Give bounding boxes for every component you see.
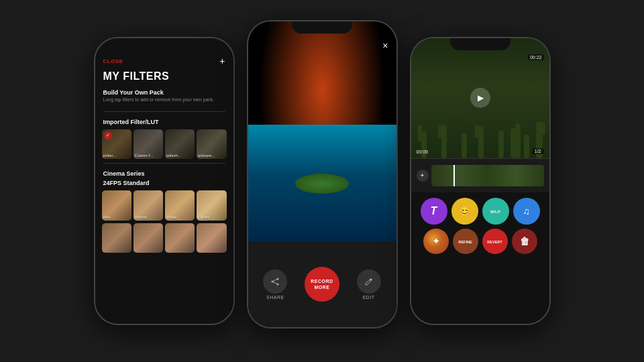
filter-label-almond: Almond — [135, 215, 148, 219]
video-counter: 00:09 — [417, 149, 429, 154]
timeline-strip[interactable] — [431, 165, 544, 186]
share-circle — [263, 269, 287, 294]
filter-label-canary: Canary — [198, 215, 210, 219]
filter-thumb-aero[interactable]: Aero — [102, 190, 131, 220]
add-filter-button[interactable]: + — [219, 56, 225, 66]
camera-preview: × — [248, 21, 396, 251]
cinema-section: Cinema Series 24FPS Standard — [95, 168, 233, 190]
share-icon — [270, 277, 280, 286]
emoji-tool-button[interactable]: 😊 — [451, 198, 478, 225]
preview-close-button[interactable]: × — [382, 40, 388, 51]
edit-icon — [364, 277, 374, 286]
phone-1-notch — [134, 38, 195, 50]
trash-icon: 🗑 — [520, 237, 529, 246]
play-icon: ▶ — [478, 93, 484, 103]
record-line1: RECORD — [311, 278, 333, 284]
refine-label: REFINE — [458, 240, 472, 244]
music-icon: ♫ — [523, 206, 530, 216]
close-button[interactable]: CLOSE — [103, 58, 123, 64]
cactus-2 — [441, 125, 447, 158]
filter-thumb-polarh[interactable]: polarrh... — [165, 129, 195, 159]
phone-3-notch — [450, 38, 511, 50]
island-shape — [295, 174, 349, 194]
timeline-bar: + — [411, 158, 549, 192]
video-timestamp: 00:22 — [528, 54, 544, 60]
music-tool-button[interactable]: ♫ — [513, 198, 540, 225]
cactus-6 — [462, 133, 467, 158]
phone-2: × SHARE RECORD — [247, 20, 398, 328]
filter-thumb-r2-4[interactable] — [197, 223, 226, 253]
imported-filter-grid: ✓ pollarr... Custom F... polarrh... pola… — [95, 129, 233, 159]
edit-circle — [357, 269, 381, 294]
imported-label: Imported Filter/LUT — [103, 119, 225, 125]
filter-thumb-amber[interactable]: Amber — [165, 190, 195, 220]
page-title: MY FILTERS — [95, 69, 233, 86]
svg-line-3 — [272, 279, 278, 282]
build-pack-sub: Long tap filters to add or remove from y… — [103, 97, 225, 102]
timeline-cursor — [453, 165, 455, 186]
p1-header: CLOSE + — [95, 52, 233, 69]
emoji-icon: 😊 — [459, 206, 470, 216]
cactus-8 — [498, 130, 504, 158]
tool-row-1: T 😊 SPLIT ♫ — [415, 198, 545, 225]
text-icon: T — [431, 206, 437, 217]
video-preview: ▶ 00:22 00:09 1/2 — [411, 38, 549, 158]
revert-label: REVERT — [487, 240, 502, 244]
video-page: 1/2 — [532, 148, 544, 154]
cactus-arm-2 — [438, 125, 442, 138]
text-tool-button[interactable]: T — [421, 198, 447, 225]
revert-tool-button[interactable]: REVERT — [482, 229, 508, 254]
phones-container: CLOSE + MY FILTERS Build Your Own Pack L… — [0, 0, 644, 362]
phone-3: ▶ 00:22 00:09 1/2 + T — [410, 37, 551, 325]
share-label: SHARE — [266, 295, 284, 300]
play-button[interactable]: ▶ — [470, 88, 490, 108]
split-label: SPLIT — [490, 210, 501, 214]
cinema-filter-grid-row1: Aero Almond Amber Canary — [95, 190, 233, 220]
tools-panel: T 😊 SPLIT ♫ ✦ — [411, 192, 549, 324]
cactus-arm-1 — [418, 125, 422, 141]
cactus-9 — [515, 123, 521, 158]
effects-icon: ✦ — [433, 237, 439, 245]
filter-thumb-r2-1[interactable] — [102, 223, 131, 253]
filter-label-polarpre: polarpre... — [198, 154, 215, 158]
add-clip-button[interactable]: + — [417, 170, 429, 182]
filter-thumb-custom[interactable]: Custom F... — [133, 129, 163, 159]
filter-thumb-polarpre[interactable]: polarpre... — [197, 129, 226, 159]
effects-tool-button[interactable]: ✦ — [423, 229, 449, 254]
filter-thumb-almond[interactable]: Almond — [133, 190, 163, 220]
split-tool-button[interactable]: SPLIT — [482, 198, 509, 225]
fps-label: 24FPS Standard — [103, 180, 225, 186]
filter-label-custom: Custom F... — [135, 154, 154, 158]
edit-button[interactable]: EDIT — [357, 269, 381, 300]
record-line2: MORE — [314, 284, 329, 290]
svg-line-4 — [272, 282, 278, 284]
filter-thumb-r2-3[interactable] — [165, 223, 195, 253]
filter-check-icon: ✓ — [104, 131, 112, 139]
build-pack-section: Build Your Own Pack Long tap filters to … — [95, 86, 233, 107]
record-button[interactable]: RECORD MORE — [305, 267, 339, 302]
filter-thumb-canary[interactable]: Canary — [197, 190, 226, 220]
edit-label: EDIT — [363, 295, 375, 300]
cinema-label: Cinema Series — [103, 170, 225, 177]
build-pack-title: Build Your Own Pack — [103, 89, 225, 96]
filter-label-pollarr: pollarr... — [103, 154, 117, 158]
refine-tool-button[interactable]: REFINE — [453, 229, 478, 254]
tool-row-2: ✦ REFINE REVERT 🗑 — [415, 229, 545, 254]
filter-label-polarh: polarrh... — [166, 154, 181, 158]
cactus-1 — [421, 131, 427, 158]
filter-label-aero: Aero — [103, 215, 111, 219]
delete-tool-button[interactable]: 🗑 — [512, 229, 537, 254]
camera-controls: SHARE RECORD MORE EDIT — [248, 241, 396, 327]
divider-1 — [103, 111, 225, 112]
filter-thumb-pollarr[interactable]: ✓ pollarr... — [102, 129, 131, 159]
cactus-arm-4 — [541, 123, 545, 135]
cactus-arm-5 — [475, 125, 479, 138]
cactus-7 — [478, 126, 484, 158]
cinema-filter-grid-row2 — [95, 223, 233, 253]
phone-1: CLOSE + MY FILTERS Build Your Own Pack L… — [94, 37, 235, 325]
phone-2-notch — [292, 21, 352, 34]
divider-2 — [103, 163, 225, 164]
filter-label-amber: Amber — [166, 215, 177, 219]
share-button[interactable]: SHARE — [263, 269, 287, 300]
filter-thumb-r2-2[interactable] — [133, 223, 163, 253]
